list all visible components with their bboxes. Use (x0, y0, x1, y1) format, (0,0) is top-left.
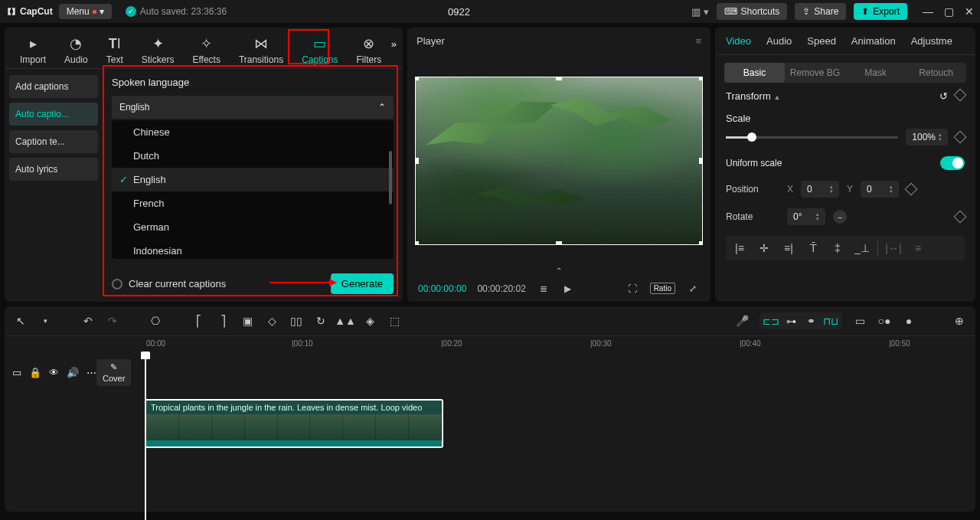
zoom-timeline-icon[interactable]: ⊕ (952, 315, 966, 327)
scale-fit-icon[interactable]: ⛶ (626, 283, 639, 294)
play-button[interactable]: ▶ (561, 283, 575, 294)
rotate-icon[interactable]: ◈ (363, 315, 377, 327)
video-clip[interactable]: Tropical plants in the jungle in the rai… (145, 399, 443, 448)
scale-value[interactable]: 100%▴▾ (906, 129, 948, 146)
video-preview[interactable] (415, 77, 703, 245)
language-select[interactable]: English ⌃ (112, 96, 394, 119)
position-y[interactable]: 0▴▾ (861, 181, 899, 198)
keyframe-icon[interactable] (954, 89, 967, 102)
align-right-icon[interactable]: ≡| (779, 240, 798, 256)
tab-stickers[interactable]: ✦Stickers (132, 32, 184, 68)
subtab-basic[interactable]: Basic (724, 63, 785, 83)
subtab-mask[interactable]: Mask (845, 63, 906, 83)
marker-icon[interactable]: ◇ (265, 315, 279, 327)
redo-icon[interactable]: ↷ (106, 315, 119, 327)
keyframe-icon[interactable] (905, 183, 918, 196)
generate-button[interactable]: Generate (331, 273, 394, 294)
trim-right-icon[interactable]: ⎤ (216, 315, 230, 327)
tab-adjustment[interactable]: Adjustme (911, 35, 952, 47)
tab-audio[interactable]: Audio (766, 35, 792, 47)
share-button[interactable]: ⇪Share (795, 3, 846, 20)
minimize-button[interactable]: — (923, 5, 933, 18)
distribute-v-icon[interactable]: ≡ (909, 240, 927, 256)
position-x[interactable]: 0▴▾ (801, 181, 839, 198)
align-hcenter-icon[interactable]: ✛ (755, 240, 773, 256)
track-mute-icon[interactable]: 🔊 (67, 367, 79, 378)
sidebar-caption-templates[interactable]: Caption te... (9, 130, 98, 153)
scale-slider[interactable] (726, 136, 898, 139)
align-vcenter-icon[interactable]: ‡ (828, 240, 847, 256)
tab-effects[interactable]: ✧Effects (183, 32, 229, 68)
mirror-icon[interactable]: ▲▲ (338, 315, 352, 327)
tab-import[interactable]: ▸Import (11, 32, 55, 68)
maximize-button[interactable]: ▢ (944, 5, 954, 18)
rotate-dial-icon[interactable]: – (833, 210, 847, 224)
align-top-icon[interactable]: T̄ (804, 240, 822, 256)
track-toggle-icon[interactable]: ○● (877, 315, 891, 327)
tab-transitions[interactable]: ⋈Transitions (230, 32, 292, 68)
lang-option-chinese[interactable]: Chinese (112, 120, 394, 144)
crop-icon[interactable]: ▣ (240, 315, 254, 327)
tab-filters[interactable]: ⊗Filters (348, 32, 391, 68)
lang-option-french[interactable]: French (112, 191, 394, 215)
keyframe-icon[interactable] (954, 131, 967, 144)
reverse-icon[interactable]: ↻ (314, 315, 328, 327)
subtab-retouch[interactable]: Retouch (906, 63, 966, 83)
ratio-button[interactable]: Ratio (650, 283, 675, 294)
align-bottom-icon[interactable]: _⊥ (853, 240, 871, 256)
distribute-h-icon[interactable]: |↔| (884, 240, 903, 256)
shortcuts-button[interactable]: ⌨Shortcuts (717, 3, 788, 20)
tab-audio[interactable]: ◔Audio (55, 32, 97, 68)
magnet-chain-icon[interactable]: ⚭ (804, 315, 818, 327)
magnet-link-icon[interactable]: ⊶ (784, 315, 798, 327)
sidebar-auto-lyrics[interactable]: Auto lyrics (9, 158, 98, 181)
track-toggle-icon[interactable]: ▭ (12, 367, 21, 378)
record-icon[interactable]: ● (902, 315, 916, 327)
tab-animation[interactable]: Animation (851, 35, 896, 47)
audio-icon: ◔ (70, 35, 82, 52)
align-left-icon[interactable]: |≡ (730, 240, 749, 256)
reset-icon[interactable]: ↺ (939, 90, 948, 102)
close-button[interactable]: ✕ (965, 5, 974, 18)
scrollbar[interactable] (389, 151, 392, 204)
lang-option-english[interactable]: English (112, 168, 394, 191)
layout-icon[interactable]: ▥ ▾ (691, 6, 709, 18)
trim-left-icon[interactable]: ⎡ (191, 315, 205, 327)
tab-video[interactable]: Video (726, 35, 751, 47)
track-lock-icon[interactable]: 🔒 (29, 367, 41, 378)
mic-icon[interactable]: 🎤 (735, 315, 749, 327)
lang-option-dutch[interactable]: Dutch (112, 144, 394, 168)
cover-button[interactable]: ✎ Cover (96, 359, 131, 386)
magnet-main-icon[interactable]: ⊏⊐ (764, 315, 778, 327)
tool-chevron-icon[interactable]: ▾ (38, 317, 52, 325)
player-menu-icon[interactable]: ≡ (695, 35, 701, 47)
tab-text[interactable]: TIText (97, 33, 132, 68)
timeline-ruler[interactable]: 00:00 |00:10 |00:20 |00:30 |00:40 |00:50 (139, 336, 975, 353)
subtab-removebg[interactable]: Remove BG (785, 63, 845, 83)
menu-button[interactable]: Menu▾ (59, 4, 112, 19)
lang-option-indonesian[interactable]: Indonesian (112, 239, 394, 259)
lang-option-german[interactable]: German (112, 215, 394, 239)
rotate-value[interactable]: 0°▴▾ (787, 208, 825, 225)
track-eye-icon[interactable]: 👁 (49, 367, 59, 378)
undo-icon[interactable]: ↶ (81, 315, 95, 327)
track-more-icon[interactable]: ⋯ (87, 367, 96, 378)
tab-captions[interactable]: ▭Captions (292, 32, 347, 68)
list-icon[interactable]: ≣ (537, 283, 550, 294)
sidebar-auto-captions[interactable]: Auto captio... (9, 103, 98, 126)
sidebar-add-captions[interactable]: Add captions (9, 75, 98, 98)
clear-captions-toggle[interactable]: Clear current captions (112, 278, 226, 289)
pointer-tool-icon[interactable]: ↖ (14, 315, 28, 327)
crop2-icon[interactable]: ⬚ (387, 315, 401, 327)
split-icon[interactable]: ⎔ (149, 315, 162, 327)
magnet-snap-icon[interactable]: ⊓⊔ (824, 315, 838, 327)
tab-speed[interactable]: Speed (807, 35, 836, 47)
more-tabs-icon[interactable]: » (391, 38, 397, 50)
fullscreen-icon[interactable]: ⤢ (686, 283, 700, 294)
freeze-icon[interactable]: ▯▯ (289, 315, 303, 327)
keyframe-icon[interactable] (954, 211, 967, 224)
uniform-scale-toggle[interactable] (940, 156, 965, 170)
timeline-tracks[interactable]: Tropical plants in the jungle in the rai… (139, 353, 975, 391)
preview-icon[interactable]: ▭ (853, 315, 867, 327)
export-button[interactable]: ⬆Export (854, 3, 907, 20)
